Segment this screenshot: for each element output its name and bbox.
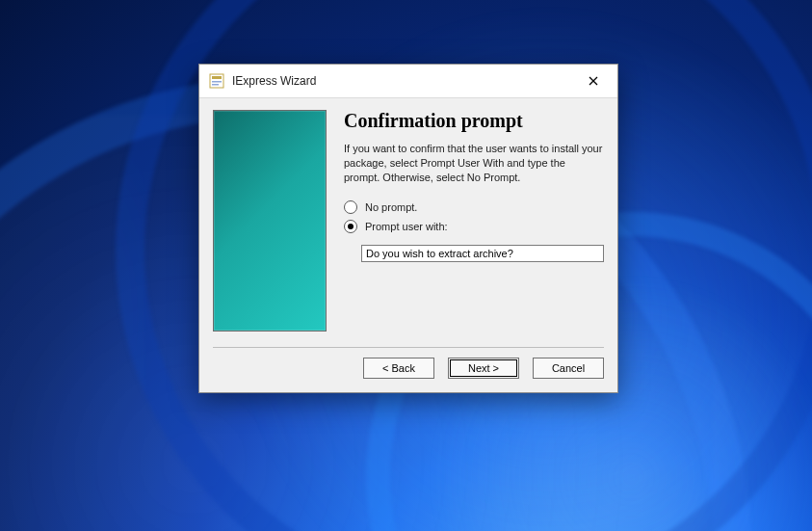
window-title: IExpress Wizard (232, 74, 577, 88)
option-label: No prompt. (365, 201, 417, 213)
app-icon (209, 73, 224, 89)
wizard-side-image (213, 110, 327, 332)
close-icon (589, 76, 598, 86)
option-prompt-user[interactable]: Prompt user with: (344, 220, 604, 233)
radio-icon (344, 220, 357, 233)
svg-rect-1 (212, 76, 222, 79)
option-no-prompt[interactable]: No prompt. (344, 200, 604, 214)
wizard-content: Confirmation prompt If you want to confi… (344, 110, 604, 332)
button-row: < Back Next > Cancel (199, 348, 617, 392)
next-button[interactable]: Next > (448, 358, 519, 379)
svg-rect-3 (212, 84, 219, 86)
radio-icon (344, 200, 357, 214)
cancel-button[interactable]: Cancel (533, 358, 604, 379)
svg-rect-2 (212, 81, 222, 83)
wizard-dialog: IExpress Wizard Confirmation prompt If y… (198, 64, 618, 393)
titlebar[interactable]: IExpress Wizard (199, 65, 617, 98)
desktop-wallpaper: IExpress Wizard Confirmation prompt If y… (0, 0, 812, 531)
option-label: Prompt user with: (365, 221, 448, 232)
dialog-body: Confirmation prompt If you want to confi… (199, 98, 617, 339)
page-description: If you want to confirm that the user wan… (344, 142, 604, 185)
page-heading: Confirmation prompt (344, 110, 604, 132)
back-button[interactable]: < Back (363, 358, 434, 379)
close-button[interactable] (577, 69, 610, 93)
prompt-text-input[interactable] (361, 245, 604, 262)
